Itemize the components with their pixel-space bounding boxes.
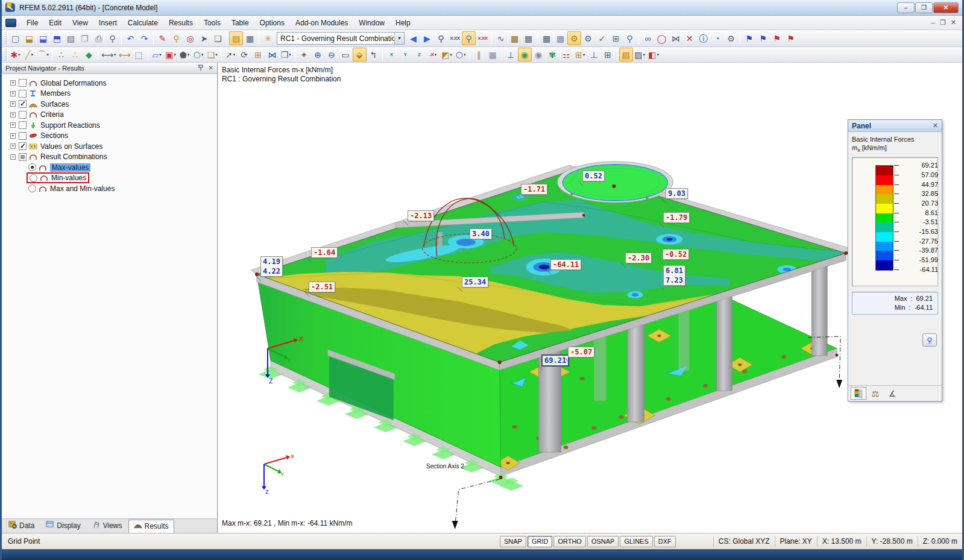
dropdown-arrow-icon[interactable]: ▾ xyxy=(31,52,33,57)
mesh-settings-button[interactable]: ▩ xyxy=(553,31,567,45)
nav-tab-data[interactable]: Data xyxy=(3,519,40,533)
expander-icon[interactable]: + xyxy=(10,143,16,149)
background-button[interactable]: ▦ xyxy=(486,48,500,61)
node-on-line-button[interactable]: ∴ xyxy=(54,48,68,61)
select-window-button[interactable]: ⬚ xyxy=(132,48,146,61)
tree-subitem-max-and-min-values[interactable]: Max and Min-values xyxy=(5,183,217,194)
copy-array-button[interactable]: ⊞ xyxy=(251,48,265,61)
snap-target-button[interactable]: ◎ xyxy=(183,31,197,45)
show-axes-button[interactable]: ⟂ xyxy=(504,48,518,61)
zoom-window-button[interactable]: ▭ xyxy=(339,48,353,61)
dropdown-arrow-icon[interactable]: ▾ xyxy=(201,52,204,57)
line-set-button[interactable]: ∴ xyxy=(68,48,82,61)
new-section-button[interactable]: ⚏ xyxy=(559,48,573,61)
calc-params-button[interactable]: ⊞ xyxy=(609,31,623,45)
next-result-button[interactable]: ▶ xyxy=(420,31,434,45)
insert-arc-button[interactable]: ⌒▾ xyxy=(36,48,50,61)
view-x-button[interactable]: X xyxy=(385,48,399,61)
status-toggle-glines[interactable]: GLINES xyxy=(620,536,652,547)
close-button[interactable]: ✕ xyxy=(933,2,959,13)
combo-dropdown-icon[interactable]: ▼ xyxy=(394,33,404,44)
mdi-restore-icon[interactable]: ❐ xyxy=(940,19,946,27)
dropdown-arrow-icon[interactable]: ▾ xyxy=(233,52,236,57)
connect-button[interactable]: ∞ xyxy=(641,31,655,45)
status-toggle-grid[interactable]: GRID xyxy=(528,536,553,547)
nodal-support-button[interactable]: ⬡▾ xyxy=(192,48,206,61)
tree-item-global-deformations[interactable]: +Global Deformations xyxy=(5,78,217,89)
move-button[interactable]: ➚▾ xyxy=(224,48,238,61)
new-window-button[interactable]: ❏ xyxy=(211,31,225,45)
print-button[interactable]: ⎙ xyxy=(92,31,106,45)
tree-item-support-reactions[interactable]: +Support Reactions xyxy=(5,120,217,131)
deformation-scale-button[interactable]: ✾ xyxy=(546,48,559,61)
status-plane[interactable]: Plane: XY xyxy=(775,536,817,547)
expander-icon[interactable]: + xyxy=(10,112,16,118)
tree-item-sections[interactable]: +Sections xyxy=(5,131,217,142)
dropdown-arrow-icon[interactable]: ▾ xyxy=(174,52,177,57)
minimize-button[interactable]: – xyxy=(897,2,915,13)
expander-icon[interactable]: + xyxy=(10,91,16,96)
menu-insert[interactable]: Insert xyxy=(93,17,122,29)
tree-item-result-combinations[interactable]: −Result Combinations xyxy=(5,152,217,163)
restore-button[interactable]: ❐ xyxy=(915,2,933,13)
flag-red-2-button[interactable]: ⚑ xyxy=(784,31,798,45)
calculate-all-button[interactable]: ⚙ xyxy=(581,31,595,45)
mesh-button[interactable]: ▩ xyxy=(540,31,553,45)
expander-icon[interactable]: + xyxy=(10,80,16,86)
new-surface-tool-button[interactable]: ◆ xyxy=(82,48,96,61)
dropdown-arrow-icon[interactable]: ▾ xyxy=(159,52,162,57)
open-button[interactable]: ⬓ xyxy=(22,31,36,45)
view-minus-x-button[interactable]: -X▾ xyxy=(426,48,440,61)
dropdown-arrow-icon[interactable]: ▾ xyxy=(643,52,646,57)
menu-file[interactable]: File xyxy=(21,17,43,29)
copy-button[interactable]: ❐ xyxy=(78,31,92,45)
checkbox[interactable] xyxy=(19,90,27,98)
status-toggle-dxf[interactable]: DXF xyxy=(654,536,676,547)
calculate-button[interactable]: ⚙ xyxy=(567,31,581,45)
surface-button[interactable]: ▱▾ xyxy=(150,48,164,61)
tree-item-criteria[interactable]: +Criteria xyxy=(5,110,217,121)
radio-button[interactable] xyxy=(30,174,37,182)
insert-line-button[interactable]: ╱▾ xyxy=(22,48,36,61)
prev-result-button[interactable]: ◀ xyxy=(406,31,420,45)
dimension-button[interactable]: ⟷▾ xyxy=(100,48,118,61)
menu-tools[interactable]: Tools xyxy=(198,17,226,29)
menu-edit[interactable]: Edit xyxy=(43,17,67,29)
nav-tab-views[interactable]: Views xyxy=(87,519,128,533)
checkbox[interactable] xyxy=(19,153,27,161)
panel-title-bar[interactable]: Panel ✕ xyxy=(848,120,942,132)
show-results-button[interactable]: ◉ xyxy=(518,48,532,61)
isometric-view-button[interactable]: ⬙ xyxy=(353,48,367,61)
open-project-button[interactable]: ⬓ xyxy=(36,31,50,45)
tree-item-members[interactable]: +Members xyxy=(5,89,217,99)
mdi-child-icon[interactable] xyxy=(5,19,16,27)
status-cs[interactable]: CS: Global XYZ xyxy=(713,536,775,547)
result-combination-select[interactable]: RC1 - Governing Result Combination▼ xyxy=(277,32,405,45)
status-toggle-ortho[interactable]: ORTHO xyxy=(553,536,586,547)
select-special-button[interactable]: ✦ xyxy=(297,48,311,61)
pin-icon[interactable] xyxy=(198,64,204,72)
dropdown-arrow-icon[interactable]: ▾ xyxy=(434,52,436,57)
dropdown-arrow-icon[interactable]: ▾ xyxy=(46,52,49,57)
checkbox[interactable] xyxy=(19,100,27,108)
tree-subitem-min-values[interactable]: Min-values xyxy=(5,173,217,184)
results-solid-button[interactable]: ◉ xyxy=(532,48,546,61)
panel-close-icon[interactable]: ✕ xyxy=(933,122,938,130)
navigator-close-icon[interactable]: ✕ xyxy=(209,64,213,72)
expander-icon[interactable]: − xyxy=(10,154,16,160)
checkbox[interactable] xyxy=(19,111,27,119)
guide-lines-button[interactable]: ∥ xyxy=(472,48,486,61)
table-view-button[interactable]: ▤ xyxy=(229,31,243,45)
expander-icon[interactable]: + xyxy=(10,122,16,128)
panel-options-button[interactable]: ⚲ xyxy=(922,333,937,347)
panel-tab-filter[interactable]: ∡ xyxy=(884,387,900,400)
zoom-in-button[interactable]: ⊕ xyxy=(311,48,325,61)
toolbar-grip[interactable] xyxy=(4,33,7,45)
flag-red-1-button[interactable]: ⚑ xyxy=(770,31,784,45)
tree-subitem-max-values[interactable]: Max-values xyxy=(5,162,217,173)
panel-tab-color-scale[interactable] xyxy=(851,387,866,400)
mirror-2-button[interactable]: ⋈ xyxy=(265,48,279,61)
rotate-button[interactable]: ⟳ xyxy=(238,48,251,61)
dropdown-arrow-icon[interactable]: ▾ xyxy=(187,52,190,57)
menu-help[interactable]: Help xyxy=(390,17,416,29)
